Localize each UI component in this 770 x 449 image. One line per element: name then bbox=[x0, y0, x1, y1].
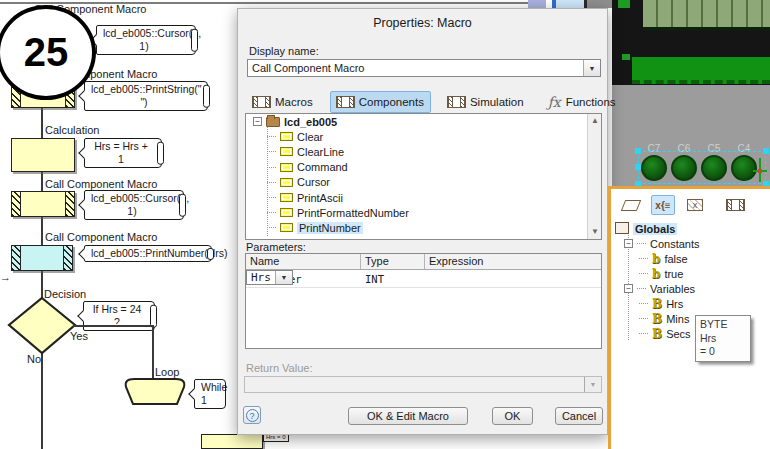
variables-node[interactable]: − Variables bbox=[617, 281, 700, 296]
calculation-box[interactable] bbox=[11, 138, 75, 172]
globals-root[interactable]: Globals bbox=[617, 221, 700, 236]
expression-value: Hrs bbox=[247, 271, 275, 284]
flow-item-tag[interactable]: lcd_eb005::Cursor(1, 1) bbox=[84, 190, 184, 220]
variable-item[interactable]: B Hrs bbox=[617, 296, 700, 311]
parameters-table: Name Type Expression ℤ Number INT Hrs ▼ bbox=[245, 253, 602, 349]
lcd-connector bbox=[643, 0, 770, 30]
toolbar-sliver bbox=[556, 0, 584, 8]
param-type: INT bbox=[361, 273, 425, 285]
flow-item-tag[interactable]: Hrs = Hrs + 1 bbox=[84, 138, 162, 168]
return-value-combobox: ▼ bbox=[244, 376, 602, 393]
chevron-down-icon: ▼ bbox=[584, 377, 601, 392]
while-tag[interactable]: While 1 bbox=[194, 379, 226, 409]
tree-item[interactable]: PrintAscii bbox=[246, 190, 601, 205]
constant-item[interactable]: b true bbox=[617, 266, 700, 281]
annotation-number: 25 bbox=[24, 30, 69, 75]
yes-branch-line bbox=[152, 325, 154, 378]
ok-edit-macro-button[interactable]: OK & Edit Macro bbox=[348, 407, 468, 425]
flowcode-screenshot: C7 C6 C5 C4 → Call Component Macro lcd_e… bbox=[0, 0, 770, 449]
macro-icon bbox=[280, 223, 293, 232]
dialog-tabs: Macros Components Simulation ƒx Function… bbox=[246, 91, 623, 113]
cancel-button[interactable]: Cancel bbox=[555, 407, 603, 425]
bool-type-icon: b bbox=[652, 269, 660, 279]
globals-panel: x{≡ x Globals − Constants b false b true bbox=[608, 186, 770, 449]
table-row[interactable]: ℤ Number INT Hrs ▼ bbox=[246, 270, 601, 288]
tree-scrollbar[interactable]: ▲ ▼ bbox=[587, 114, 601, 239]
toolbar-sliver bbox=[587, 0, 612, 8]
loop-shape[interactable] bbox=[120, 377, 190, 407]
fx-functions-icon: ƒx bbox=[548, 97, 561, 107]
scroll-up-icon[interactable]: ▲ bbox=[588, 114, 602, 128]
tab-simulation[interactable]: Simulation bbox=[441, 91, 531, 113]
variables-view-button[interactable]: x{≡ bbox=[651, 195, 675, 215]
call-macro-box[interactable] bbox=[11, 191, 75, 217]
panel-tool-icon[interactable] bbox=[619, 195, 643, 215]
call-macro-box-selected[interactable] bbox=[11, 245, 73, 271]
globals-tree: Globals − Constants b false b true − Var… bbox=[617, 221, 700, 341]
ok-button[interactable]: OK bbox=[492, 407, 533, 425]
tree-root-row[interactable]: − lcd_eb005 bbox=[246, 114, 601, 129]
chevron-down-icon[interactable]: ▼ bbox=[275, 271, 292, 284]
tree-item[interactable]: PrintFormattedNumber bbox=[246, 205, 601, 220]
tab-macros[interactable]: Macros bbox=[246, 91, 320, 113]
properties-macro-dialog: Properties: Macro Display name: Call Com… bbox=[237, 8, 608, 435]
boxed-x-icon: x bbox=[687, 199, 703, 211]
tree-item[interactable]: Cursor bbox=[246, 175, 601, 190]
parallelogram-icon bbox=[621, 200, 641, 211]
decision-diamond[interactable] bbox=[7, 296, 77, 356]
display-name-value: Call Component Macro bbox=[248, 62, 583, 74]
expression-combobox[interactable]: Hrs ▼ bbox=[246, 270, 293, 285]
macro-icon bbox=[280, 147, 293, 156]
flow-item-tag[interactable]: lcd_eb005::PrintString(" ") bbox=[84, 81, 208, 111]
display-name-combobox[interactable]: Call Component Macro ▼ bbox=[247, 59, 601, 77]
selection-handle[interactable] bbox=[763, 148, 769, 154]
tree-item[interactable]: PrintString bbox=[246, 236, 601, 241]
globals-icon bbox=[617, 224, 629, 234]
flow-item-tag[interactable]: lcd_eb005::Cursor(6, 1) bbox=[96, 25, 196, 55]
tab-components[interactable]: Components bbox=[330, 91, 431, 113]
panel-tool-icon[interactable] bbox=[723, 195, 747, 215]
variable-item[interactable]: B Secs bbox=[617, 326, 700, 341]
collapse-icon[interactable]: − bbox=[624, 284, 633, 293]
tag-pointer bbox=[188, 388, 199, 399]
variable-item[interactable]: B Mins bbox=[617, 311, 700, 326]
display-name-label: Display name: bbox=[249, 45, 319, 57]
tree-item[interactable]: Command bbox=[246, 160, 601, 175]
yes-label: Yes bbox=[70, 330, 88, 342]
selection-handle[interactable] bbox=[635, 164, 641, 170]
scroll-icon bbox=[179, 194, 186, 217]
component-macro-icon bbox=[727, 199, 744, 211]
scroll-down-icon[interactable]: ▼ bbox=[588, 225, 602, 239]
scroll-icon bbox=[207, 248, 214, 260]
column-header-expression[interactable]: Expression bbox=[425, 254, 601, 269]
collapse-icon[interactable]: − bbox=[253, 117, 262, 126]
panel-tool-icon[interactable]: x bbox=[683, 195, 707, 215]
component-macro-icon bbox=[337, 96, 354, 108]
column-header-name[interactable]: Name bbox=[246, 254, 361, 269]
tree-item[interactable]: ClearLine bbox=[246, 144, 601, 159]
selection-rectangle[interactable] bbox=[638, 151, 766, 184]
constants-node[interactable]: − Constants bbox=[617, 236, 700, 251]
help-button[interactable]: ? bbox=[243, 406, 261, 424]
selection-handle[interactable] bbox=[635, 148, 641, 154]
pcb-edge-strip bbox=[632, 57, 770, 84]
tag-pointer bbox=[78, 248, 89, 259]
collapse-icon[interactable]: − bbox=[624, 239, 633, 248]
tree-item-selected[interactable]: PrintNumber bbox=[246, 220, 601, 235]
calculation-box[interactable] bbox=[201, 434, 263, 449]
macro-icon bbox=[280, 163, 293, 172]
flow-item-tag[interactable]: lcd_eb005::PrintNumber(Hrs) bbox=[84, 245, 212, 262]
scroll-icon bbox=[191, 29, 198, 52]
tree-guide-line bbox=[267, 126, 268, 236]
move-gizmo-icon[interactable] bbox=[758, 169, 762, 173]
loop-back-arrow-icon: → bbox=[0, 271, 11, 283]
column-header-type[interactable]: Type bbox=[361, 254, 425, 269]
chevron-down-icon[interactable]: ▼ bbox=[583, 60, 600, 76]
flow-item-label: Calculation bbox=[45, 124, 99, 136]
constant-item[interactable]: b false bbox=[617, 251, 700, 266]
table-header-row: Name Type Expression bbox=[246, 254, 601, 270]
tab-functions[interactable]: ƒx Functions bbox=[541, 91, 623, 113]
globals-toolbar: x{≡ x bbox=[619, 195, 747, 215]
macro-icon bbox=[280, 178, 293, 187]
tree-item[interactable]: Clear bbox=[246, 129, 601, 144]
